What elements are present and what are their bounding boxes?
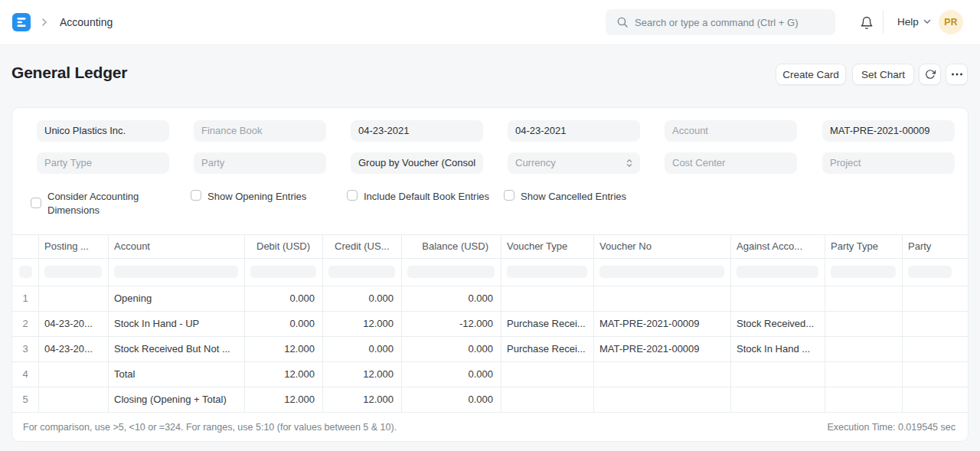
filter-input[interactable]: 04-23-2021	[351, 120, 483, 142]
column-header[interactable]: Voucher No	[593, 235, 730, 258]
column-filter-input[interactable]	[44, 266, 102, 278]
column-header[interactable]: Posting ...	[38, 235, 108, 258]
filter-input[interactable]: Project	[822, 152, 955, 174]
column-filter-input[interactable]	[407, 266, 495, 278]
checkbox-include-default-book-entries[interactable]: Include Default Book Entries	[347, 190, 489, 204]
row-index: 4	[12, 362, 38, 387]
table-cell: 0.000	[401, 286, 501, 311]
row-index: 5	[12, 387, 38, 412]
execution-time: Execution Time: 0.019545 sec	[828, 422, 956, 433]
table-cell: Stock In Hand - UP	[108, 312, 244, 336]
table-column-border	[825, 234, 825, 412]
column-header[interactable]: Debit (USD)	[244, 235, 322, 258]
create-card-button[interactable]: Create Card	[776, 64, 846, 85]
filter-input[interactable]: Account	[665, 120, 797, 142]
table-cell: 0.000	[401, 337, 501, 361]
data-table: Posting ...AccountDebit (USD)Credit (US.…	[12, 234, 969, 412]
table-cell: MAT-PRE-2021-00009	[593, 337, 730, 361]
page-title: General Ledger	[11, 64, 127, 82]
column-header[interactable]: Balance (USD)	[401, 235, 501, 258]
column-header[interactable]: Party Type	[825, 235, 902, 258]
filter-input[interactable]: Group by Voucher (Consol	[351, 152, 483, 174]
table-cell: Closing (Opening + Total)	[108, 387, 244, 412]
row-index: 3	[12, 337, 38, 361]
checkbox-label: Show Cancelled Entries	[521, 190, 626, 204]
table-cell: Purchase Recei...	[501, 337, 593, 361]
table-cell: 0.000	[322, 286, 401, 311]
help-label: Help	[897, 16, 919, 28]
table-cell: 0.000	[244, 286, 322, 311]
table-cell: Purchase Recei...	[501, 312, 593, 336]
menu-button[interactable]	[946, 64, 968, 85]
table-cell: 0.000	[244, 312, 322, 336]
column-header[interactable]: Account	[108, 235, 244, 258]
filter-input[interactable]: Party	[194, 152, 326, 174]
table-column-border	[902, 234, 903, 412]
checkbox-consider-accounting-dimensions[interactable]: Consider Accounting Dimensions	[31, 190, 143, 217]
filter-input[interactable]: Party Type	[37, 152, 169, 174]
filter-input[interactable]: Currency	[508, 152, 640, 174]
breadcrumb-accounting[interactable]: Accounting	[60, 16, 113, 28]
column-filter-input[interactable]	[599, 266, 724, 278]
column-filter-input[interactable]	[328, 266, 395, 278]
checkbox-box[interactable]	[31, 198, 41, 208]
chevron-down-icon	[923, 19, 931, 25]
filter-input[interactable]: Finance Book	[194, 120, 326, 142]
column-filter-input[interactable]	[831, 266, 896, 278]
breadcrumb-chevron-icon	[41, 18, 47, 27]
filter-input[interactable]: 04-23-2021	[508, 120, 640, 142]
checkbox-box[interactable]	[347, 190, 358, 201]
table-cell: 04-23-20...	[38, 337, 108, 361]
column-header[interactable]: Against Acco...	[730, 235, 825, 258]
column-filter-input[interactable]	[737, 266, 818, 278]
table-cell: 0.000	[322, 337, 401, 361]
table-cell: Opening	[108, 286, 244, 311]
navbar-divider	[883, 11, 884, 34]
help-menu[interactable]: Help	[897, 16, 931, 28]
checkbox-box[interactable]	[191, 190, 201, 201]
table-cell: Stock Received...	[730, 312, 825, 336]
column-header[interactable]: Party	[902, 235, 969, 258]
refresh-icon	[925, 69, 936, 80]
column-filter-input[interactable]	[250, 266, 316, 278]
notifications-bell-icon[interactable]	[860, 16, 874, 30]
column-header[interactable]: Credit (US...	[322, 235, 401, 258]
refresh-button[interactable]	[919, 64, 941, 85]
checkbox-show-cancelled-entries[interactable]: Show Cancelled Entries	[504, 190, 626, 204]
avatar[interactable]: PR	[939, 10, 963, 34]
table-cell: 12.000	[322, 362, 401, 387]
table-cell: 0.000	[401, 362, 501, 387]
row-index: 2	[12, 312, 38, 336]
filter-input[interactable]: Unico Plastics Inc.	[37, 120, 169, 142]
filter-input[interactable]: Cost Center	[665, 152, 797, 174]
checkbox-label: Show Opening Entries	[207, 190, 306, 204]
column-header[interactable]: Voucher Type	[501, 235, 593, 258]
checkbox-label: Consider Accounting Dimensions	[47, 190, 143, 217]
table-cell: 12.000	[322, 312, 401, 336]
card-footer: For comparison, use >5, <10 or =324. For…	[12, 413, 969, 442]
search-input[interactable]: Search or type a command (Ctrl + G)	[606, 9, 835, 35]
table-cell: 12.000	[244, 337, 322, 361]
column-filter-input[interactable]	[114, 266, 238, 278]
table-cell: -12.000	[401, 312, 501, 336]
column-filter-input[interactable]	[19, 266, 32, 278]
report-card: Unico Plastics Inc.Finance Book04-23-202…	[11, 107, 969, 442]
table-cell: 0.000	[401, 387, 501, 412]
checkbox-label: Include Default Book Entries	[364, 190, 489, 204]
filter-input[interactable]: MAT-PRE-2021-00009	[822, 120, 955, 142]
app-logo-icon[interactable]	[12, 13, 31, 31]
navbar: Accounting Search or type a command (Ctr…	[0, 0, 980, 45]
search-placeholder: Search or type a command (Ctrl + G)	[635, 17, 799, 28]
column-filter-input[interactable]	[507, 266, 587, 278]
table-cell: 12.000	[244, 387, 322, 412]
table-cell: Total	[108, 362, 244, 387]
select-arrows-icon	[626, 159, 632, 168]
table-cell: Stock Received But Not ...	[108, 337, 244, 361]
set-chart-button[interactable]: Set Chart	[852, 64, 914, 85]
table-cell: 12.000	[322, 387, 401, 412]
column-filter-input[interactable]	[908, 266, 952, 278]
table-cell: MAT-PRE-2021-00009	[593, 312, 730, 336]
table-cell: Stock In Hand ...	[730, 337, 825, 361]
checkbox-show-opening-entries[interactable]: Show Opening Entries	[191, 190, 306, 204]
checkbox-box[interactable]	[504, 190, 514, 201]
